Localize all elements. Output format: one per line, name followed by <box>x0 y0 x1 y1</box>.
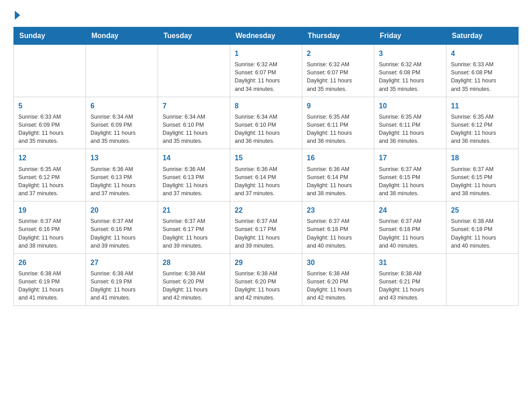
day-info: Sunrise: 6:37 AM Sunset: 6:17 PM Dayligh… <box>235 217 297 250</box>
day-number: 4 <box>451 48 514 59</box>
weekday-header-thursday: Thursday <box>302 27 374 45</box>
day-number: 18 <box>451 153 514 163</box>
calendar-cell: 19Sunrise: 6:37 AM Sunset: 6:16 PM Dayli… <box>14 201 86 254</box>
calendar-week-1: 1Sunrise: 6:32 AM Sunset: 6:07 PM Daylig… <box>14 45 519 97</box>
day-info: Sunrise: 6:38 AM Sunset: 6:20 PM Dayligh… <box>307 270 369 302</box>
day-info: Sunrise: 6:38 AM Sunset: 6:18 PM Dayligh… <box>451 217 514 250</box>
day-info: Sunrise: 6:35 AM Sunset: 6:12 PM Dayligh… <box>18 165 81 198</box>
day-number: 8 <box>235 101 297 111</box>
calendar-week-5: 26Sunrise: 6:38 AM Sunset: 6:19 PM Dayli… <box>14 253 519 306</box>
day-number: 23 <box>307 205 369 215</box>
day-number: 24 <box>379 205 442 215</box>
calendar-week-4: 19Sunrise: 6:37 AM Sunset: 6:16 PM Dayli… <box>14 201 519 254</box>
day-info: Sunrise: 6:32 AM Sunset: 6:07 PM Dayligh… <box>307 60 369 93</box>
day-number: 3 <box>379 48 442 59</box>
day-info: Sunrise: 6:38 AM Sunset: 6:21 PM Dayligh… <box>379 270 442 302</box>
calendar-cell: 5Sunrise: 6:33 AM Sunset: 6:09 PM Daylig… <box>14 97 86 149</box>
day-info: Sunrise: 6:32 AM Sunset: 6:08 PM Dayligh… <box>379 60 442 93</box>
weekday-header-saturday: Saturday <box>446 27 519 45</box>
calendar-cell: 12Sunrise: 6:35 AM Sunset: 6:12 PM Dayli… <box>14 149 86 201</box>
calendar-cell: 16Sunrise: 6:36 AM Sunset: 6:14 PM Dayli… <box>302 149 374 201</box>
calendar-cell: 3Sunrise: 6:32 AM Sunset: 6:08 PM Daylig… <box>374 45 446 97</box>
calendar-cell <box>158 45 230 97</box>
day-info: Sunrise: 6:38 AM Sunset: 6:20 PM Dayligh… <box>235 270 297 302</box>
day-info: Sunrise: 6:38 AM Sunset: 6:19 PM Dayligh… <box>90 270 153 302</box>
day-number: 7 <box>163 101 225 111</box>
day-info: Sunrise: 6:36 AM Sunset: 6:13 PM Dayligh… <box>163 165 225 198</box>
calendar-table: SundayMondayTuesdayWednesdayThursdayFrid… <box>13 27 519 306</box>
day-info: Sunrise: 6:37 AM Sunset: 6:15 PM Dayligh… <box>379 165 442 198</box>
day-number: 21 <box>163 205 225 215</box>
calendar-cell: 2Sunrise: 6:32 AM Sunset: 6:07 PM Daylig… <box>302 45 374 97</box>
day-info: Sunrise: 6:35 AM Sunset: 6:12 PM Dayligh… <box>451 113 514 146</box>
day-info: Sunrise: 6:34 AM Sunset: 6:10 PM Dayligh… <box>163 113 225 146</box>
calendar-cell: 7Sunrise: 6:34 AM Sunset: 6:10 PM Daylig… <box>158 97 230 149</box>
calendar-cell: 14Sunrise: 6:36 AM Sunset: 6:13 PM Dayli… <box>158 149 230 201</box>
day-number: 20 <box>90 205 153 215</box>
day-info: Sunrise: 6:34 AM Sunset: 6:09 PM Dayligh… <box>90 113 153 146</box>
calendar-cell: 18Sunrise: 6:37 AM Sunset: 6:15 PM Dayli… <box>446 149 519 201</box>
day-info: Sunrise: 6:38 AM Sunset: 6:20 PM Dayligh… <box>163 270 225 302</box>
day-info: Sunrise: 6:33 AM Sunset: 6:08 PM Dayligh… <box>451 60 514 93</box>
calendar-cell: 24Sunrise: 6:37 AM Sunset: 6:18 PM Dayli… <box>374 201 446 254</box>
calendar-cell: 21Sunrise: 6:37 AM Sunset: 6:17 PM Dayli… <box>158 201 230 254</box>
day-number: 5 <box>18 101 81 111</box>
day-number: 12 <box>18 153 81 163</box>
weekday-header-row: SundayMondayTuesdayWednesdayThursdayFrid… <box>14 27 519 45</box>
weekday-header-wednesday: Wednesday <box>230 27 302 45</box>
calendar-body: 1Sunrise: 6:32 AM Sunset: 6:07 PM Daylig… <box>14 45 519 306</box>
weekday-header-sunday: Sunday <box>14 27 86 45</box>
calendar-cell: 4Sunrise: 6:33 AM Sunset: 6:08 PM Daylig… <box>446 45 519 97</box>
day-number: 17 <box>379 153 442 163</box>
day-number: 10 <box>379 101 442 111</box>
weekday-header-friday: Friday <box>374 27 446 45</box>
day-info: Sunrise: 6:37 AM Sunset: 6:17 PM Dayligh… <box>163 217 225 250</box>
calendar-week-2: 5Sunrise: 6:33 AM Sunset: 6:09 PM Daylig… <box>14 97 519 149</box>
calendar-cell: 20Sunrise: 6:37 AM Sunset: 6:16 PM Dayli… <box>86 201 158 254</box>
calendar-cell: 30Sunrise: 6:38 AM Sunset: 6:20 PM Dayli… <box>302 253 374 306</box>
day-number: 1 <box>235 48 297 59</box>
calendar-week-3: 12Sunrise: 6:35 AM Sunset: 6:12 PM Dayli… <box>14 149 519 201</box>
calendar-cell <box>86 45 158 97</box>
day-info: Sunrise: 6:38 AM Sunset: 6:19 PM Dayligh… <box>18 270 81 302</box>
day-number: 6 <box>90 101 153 111</box>
calendar-cell: 1Sunrise: 6:32 AM Sunset: 6:07 PM Daylig… <box>230 45 302 97</box>
day-number: 11 <box>451 101 514 111</box>
calendar-cell: 11Sunrise: 6:35 AM Sunset: 6:12 PM Dayli… <box>446 97 519 149</box>
calendar-cell: 31Sunrise: 6:38 AM Sunset: 6:21 PM Dayli… <box>374 253 446 306</box>
day-info: Sunrise: 6:37 AM Sunset: 6:16 PM Dayligh… <box>18 217 81 250</box>
day-info: Sunrise: 6:37 AM Sunset: 6:16 PM Dayligh… <box>90 217 153 250</box>
day-number: 31 <box>379 257 442 268</box>
calendar-cell: 23Sunrise: 6:37 AM Sunset: 6:18 PM Dayli… <box>302 201 374 254</box>
calendar-cell: 22Sunrise: 6:37 AM Sunset: 6:17 PM Dayli… <box>230 201 302 254</box>
day-number: 30 <box>307 257 369 268</box>
calendar-cell: 17Sunrise: 6:37 AM Sunset: 6:15 PM Dayli… <box>374 149 446 201</box>
calendar-cell: 28Sunrise: 6:38 AM Sunset: 6:20 PM Dayli… <box>158 253 230 306</box>
weekday-header-monday: Monday <box>86 27 158 45</box>
day-number: 14 <box>163 153 225 163</box>
day-info: Sunrise: 6:37 AM Sunset: 6:18 PM Dayligh… <box>307 217 369 250</box>
calendar-cell <box>446 253 519 306</box>
logo-arrow-icon <box>15 11 20 20</box>
logo <box>13 9 28 20</box>
calendar-cell: 15Sunrise: 6:36 AM Sunset: 6:14 PM Dayli… <box>230 149 302 201</box>
calendar-cell: 26Sunrise: 6:38 AM Sunset: 6:19 PM Dayli… <box>14 253 86 306</box>
day-number: 19 <box>18 205 81 215</box>
calendar-cell: 6Sunrise: 6:34 AM Sunset: 6:09 PM Daylig… <box>86 97 158 149</box>
day-number: 26 <box>18 257 81 268</box>
day-number: 15 <box>235 153 297 163</box>
day-number: 22 <box>235 205 297 215</box>
day-info: Sunrise: 6:34 AM Sunset: 6:10 PM Dayligh… <box>235 113 297 146</box>
day-number: 13 <box>90 153 153 163</box>
calendar-cell: 25Sunrise: 6:38 AM Sunset: 6:18 PM Dayli… <box>446 201 519 254</box>
day-info: Sunrise: 6:36 AM Sunset: 6:14 PM Dayligh… <box>235 165 297 198</box>
day-number: 27 <box>90 257 153 268</box>
day-info: Sunrise: 6:35 AM Sunset: 6:11 PM Dayligh… <box>379 113 442 146</box>
calendar-cell: 27Sunrise: 6:38 AM Sunset: 6:19 PM Dayli… <box>86 253 158 306</box>
page-header <box>13 9 519 20</box>
day-number: 2 <box>307 48 369 59</box>
calendar-header: SundayMondayTuesdayWednesdayThursdayFrid… <box>14 27 519 45</box>
day-info: Sunrise: 6:37 AM Sunset: 6:15 PM Dayligh… <box>451 165 514 198</box>
day-info: Sunrise: 6:33 AM Sunset: 6:09 PM Dayligh… <box>18 113 81 146</box>
day-number: 16 <box>307 153 369 163</box>
